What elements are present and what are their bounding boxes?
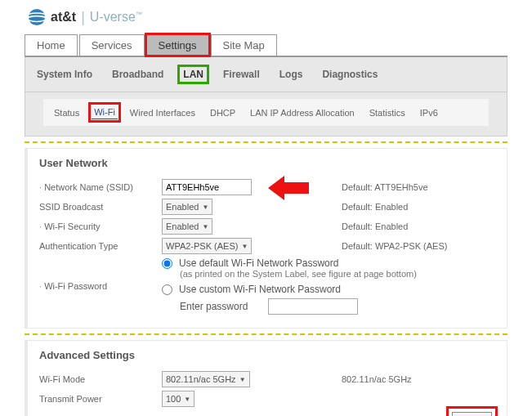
tab-services[interactable]: Services xyxy=(79,34,145,56)
tab-settings[interactable]: Settings xyxy=(146,34,209,56)
tab-system-info[interactable]: System Info xyxy=(34,67,96,82)
tab-logs[interactable]: Logs xyxy=(276,67,306,82)
password-default-radio[interactable] xyxy=(162,258,172,269)
product-name: U-verse™ xyxy=(90,10,142,25)
mode-label: Wi-Fi Mode xyxy=(39,374,162,384)
subtab-wifi[interactable]: Wi-Fi xyxy=(92,105,118,119)
chevron-down-icon: ▼ xyxy=(241,243,248,250)
security-value: Enabled xyxy=(166,221,199,231)
advanced-title: Advanced Settings xyxy=(39,349,495,361)
tab-home[interactable]: Home xyxy=(25,34,78,56)
advanced-settings-section: Advanced Settings Wi-Fi Mode 802.11n/ac … xyxy=(25,340,507,416)
subtab-wired[interactable]: Wired Interfaces xyxy=(127,106,198,119)
att-wordmark: at&t xyxy=(51,10,76,25)
mode-default: 802.11n/ac 5GHz xyxy=(342,374,412,384)
chevron-down-icon: ▼ xyxy=(202,223,208,230)
settings-tabs: System Info Broadband LAN Firewall Logs … xyxy=(25,57,507,92)
user-network-section: User Network Network Name (SSID) Default… xyxy=(25,148,507,329)
subtab-lanip[interactable]: LAN IP Address Allocation xyxy=(248,106,357,119)
auth-label: Authentication Type xyxy=(39,241,162,251)
section-divider xyxy=(25,333,507,335)
chevron-down-icon: ▼ xyxy=(239,376,246,383)
chevron-down-icon: ▼ xyxy=(202,204,208,211)
password-note: (as printed on the System Label, see fig… xyxy=(162,269,495,279)
brand-divider: | xyxy=(81,9,85,26)
power-select[interactable]: 100 ▼ xyxy=(162,391,194,407)
password-label: Wi-Fi Password xyxy=(39,281,162,291)
section-divider xyxy=(25,141,507,143)
ssid-default: Default: ATT9EHh5ve xyxy=(342,182,428,192)
att-globe-icon xyxy=(28,8,46,26)
password-custom-label: Use custom Wi-Fi Network Password xyxy=(179,284,341,295)
auth-default: Default: WPA2-PSK (AES) xyxy=(342,241,447,251)
password-input[interactable] xyxy=(268,298,358,315)
broadcast-value: Enabled xyxy=(166,202,199,212)
lan-subnav-container: Status Wi-Fi Wired Interfaces DHCP LAN I… xyxy=(25,92,507,136)
save-button[interactable]: Save xyxy=(452,412,492,416)
tab-firewall[interactable]: Firewall xyxy=(220,67,263,82)
password-custom-radio[interactable] xyxy=(162,284,172,295)
broadcast-select[interactable]: Enabled ▼ xyxy=(162,199,212,215)
save-highlight: Save xyxy=(449,409,495,416)
tab-diagnostics[interactable]: Diagnostics xyxy=(319,67,381,82)
security-select[interactable]: Enabled ▼ xyxy=(162,218,212,235)
broadcast-label: SSID Broadcast xyxy=(39,202,162,212)
tab-broadband[interactable]: Broadband xyxy=(109,67,167,82)
power-value: 100 xyxy=(166,394,181,404)
subtab-dhcp[interactable]: DHCP xyxy=(208,106,238,119)
chevron-down-icon: ▼ xyxy=(184,396,190,403)
security-default: Default: Enabled xyxy=(342,221,408,231)
auth-select[interactable]: WPA2-PSK (AES) ▼ xyxy=(162,238,252,254)
password-options: Use default Wi-Fi Network Password (as p… xyxy=(162,257,495,315)
broadcast-default: Default: Enabled xyxy=(342,202,408,212)
power-label: Transmit Power xyxy=(39,394,162,404)
user-network-title: User Network xyxy=(39,157,495,169)
lan-subnav: Status Wi-Fi Wired Interfaces DHCP LAN I… xyxy=(43,99,489,126)
brand-header: at&t | U-verse™ xyxy=(25,5,507,33)
mode-select[interactable]: 802.11n/ac 5GHz ▼ xyxy=(162,371,250,387)
password-enter-label: Enter password xyxy=(180,301,262,312)
subtab-ipv6[interactable]: IPv6 xyxy=(418,106,440,119)
tab-sitemap[interactable]: Site Map xyxy=(211,34,277,56)
security-label: Wi-Fi Security xyxy=(39,221,162,231)
ssid-input[interactable] xyxy=(162,179,252,195)
subtab-statistics[interactable]: Statistics xyxy=(367,106,408,119)
subtab-status[interactable]: Status xyxy=(51,106,82,119)
tab-lan[interactable]: LAN xyxy=(180,67,207,82)
ssid-label: Network Name (SSID) xyxy=(39,182,162,192)
password-default-label: Use default Wi-Fi Network Password xyxy=(179,257,338,269)
main-tabs: Home Services Settings Site Map xyxy=(25,34,507,57)
auth-value: WPA2-PSK (AES) xyxy=(166,241,238,251)
mode-value: 802.11n/ac 5GHz xyxy=(166,374,236,384)
